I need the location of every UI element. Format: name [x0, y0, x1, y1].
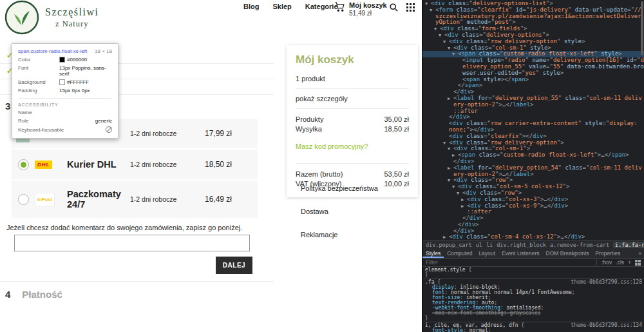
shipping-radio[interactable]: [18, 194, 29, 205]
breadcrumb-item[interactable]: i.fa.fa-remove.pull-xs-left: [613, 242, 644, 248]
order-comment-textarea[interactable]: [14, 235, 250, 251]
grid-icon[interactable]: [635, 260, 641, 266]
scrollbar-thumb[interactable]: [641, 1, 643, 55]
accessibility-section-title: ACCESSIBILITY: [18, 98, 112, 107]
dhl-logo: DHL: [35, 161, 67, 169]
tooltip-header: span.custom-radio.float-xs-left 18 × 18: [18, 48, 112, 54]
color-swatch: [59, 79, 65, 85]
devtools-tab-styles[interactable]: Styles: [422, 249, 444, 258]
search-icon: [389, 3, 399, 12]
breadcrumb-item[interactable]: li: [486, 242, 493, 248]
shipping-option-row[interactable]: DHLKurier DHL1-2 dni robocze18,50 zł: [12, 150, 258, 179]
shipping-price: 16,49 zł: [205, 195, 232, 204]
carrier-name: Paczkomaty 24/7: [67, 189, 130, 210]
shipping-option-row[interactable]: InPostPaczkomaty 24/71-2 dni robocze16,4…: [12, 181, 258, 218]
cart-summary-card: Mój koszyk 1 produkt pokaż szczegóły Pro…: [287, 45, 418, 197]
expand-arrow-icon[interactable]: ▶: [448, 166, 450, 172]
dom-tree-node[interactable]: ▼<form class="clearfix" id="js-delivery"…: [422, 7, 644, 26]
dom-tree-node[interactable]: ▶<div class="col-xs-9">…</div>: [422, 203, 644, 210]
stylesheet-link[interactable]: theme-0b6d3f290.css:128: [571, 280, 642, 285]
delivery-time: 1-2 dni robocze: [130, 161, 205, 168]
dom-tree-node[interactable]: ▼<div class="col-sm-5 col-xs-12">: [422, 184, 644, 190]
shipping-radio[interactable]: [18, 159, 29, 170]
header-cart[interactable]: Mój koszyk 51,49 zł: [334, 1, 387, 17]
continue-button[interactable]: DALEJ: [216, 257, 252, 274]
styles-pane: element.style {}theme-0b6d3f290.css:128.…: [422, 267, 644, 332]
css-declaration[interactable]: -moz-osx-font-smoothing: grayscale;: [425, 311, 641, 316]
site-logo[interactable]: Szczęśliwi z Natury: [5, 0, 99, 35]
nav-link-sklep[interactable]: Sklep: [272, 3, 291, 10]
dom-tree-node[interactable]: <input type="radio" name="delivery_optio…: [422, 57, 644, 76]
main-nav: BlogSklepKategorie: [243, 3, 338, 10]
expand-arrow-icon[interactable]: ▶: [448, 96, 450, 103]
style-toggles: :hov.cls+: [596, 259, 631, 266]
step4-heading: 4 Płatność: [5, 289, 62, 300]
nav-link-kategorie[interactable]: Kategorie: [305, 3, 338, 10]
info-link[interactable]: Reklamacje: [301, 231, 378, 239]
breadcrumb-item[interactable]: ul: [476, 242, 482, 248]
inspected-selector: span.custom-radio.float-xs-left: [18, 48, 87, 54]
cart-summary-title: Mój koszyk: [296, 54, 409, 66]
dom-tree-node[interactable]: <span style></span>: [422, 77, 644, 83]
summary-lines: Produkty35,00 złWysyłka18,50 zł: [296, 115, 409, 134]
nav-link-blog[interactable]: Blog: [243, 3, 259, 10]
not-focusable-icon: [106, 126, 112, 133]
tooltip-rows: Color#000000Font13px Poppins, sans-serif…: [18, 57, 112, 93]
breadcrumb-item[interactable]: div.popup_cart: [426, 242, 472, 248]
inpost-logo: InPost: [35, 193, 67, 206]
promo-code-link[interactable]: Masz kod promocyjny?: [296, 142, 409, 150]
logo-text-line1: Szczęśliwi: [45, 6, 99, 18]
summary-line: Produkty35,00 zł: [296, 115, 409, 124]
breadcrumb-bar: div.popup_cartullidiv.right_blocka.remov…: [422, 240, 644, 249]
dom-tree-node[interactable]: ▶<label for="delivery_option_54" class="…: [422, 165, 644, 178]
breadcrumb-item[interactable]: a.remove-from-cart: [550, 242, 609, 248]
logo-text-line2: z Natury: [45, 19, 99, 29]
css-selector[interactable]: element.style: [425, 267, 466, 273]
logo-text: Szczęśliwi z Natury: [45, 6, 99, 29]
devtools-tab-layout[interactable]: Layout: [475, 249, 498, 258]
dom-tree-node[interactable]: ::after: [422, 209, 644, 215]
apps-grid-icon: [406, 3, 415, 12]
devtools-tab-computed[interactable]: Computed: [444, 249, 475, 258]
delivery-time: 1-2 dni robocze: [130, 130, 205, 137]
divider: [0, 281, 274, 282]
divider: [296, 163, 409, 164]
style-toggle[interactable]: .cls: [616, 259, 624, 266]
cart-items-count: 1 produkt: [296, 75, 409, 83]
breadcrumb-item[interactable]: div.right_block: [497, 242, 546, 248]
inspect-tooltip: span.custom-radio.float-xs-left 18 × 18 …: [12, 43, 118, 139]
search-button[interactable]: [389, 3, 399, 15]
info-link[interactable]: Polityka bezpieczeństwa: [301, 184, 378, 192]
tooltip-a11y-row: Keyboard-focusable: [18, 126, 112, 133]
css-declaration[interactable]: font-style: normal;: [425, 328, 641, 332]
dom-tree-node[interactable]: <div class="row carrier-extra-content" s…: [422, 121, 644, 133]
info-link[interactable]: Dostawa: [301, 208, 378, 215]
screenshot-root: Szczęśliwi z Natury BlogSklepKategorie M…: [0, 0, 644, 332]
expand-arrow-icon[interactable]: ▼: [430, 8, 432, 14]
step4-number: 4: [5, 289, 10, 300]
style-toggle[interactable]: +: [628, 259, 631, 266]
css-rule: theme-0b6d3f290.css:134i, cite, em, var,…: [422, 322, 644, 332]
styles-filter-input[interactable]: [426, 259, 497, 266]
style-toggle[interactable]: :hov: [601, 259, 612, 266]
devtools-tab-dom-breakpoints[interactable]: DOM Breakpoints: [543, 249, 592, 258]
summary-line: Wysyłka18,50 zł: [296, 124, 409, 134]
apps-grid-button[interactable]: [406, 3, 415, 14]
divider: [296, 108, 409, 109]
divider: [296, 88, 409, 89]
show-details-link[interactable]: pokaż szczegóły: [296, 95, 409, 103]
tooltip-a11y-rows: NameRolegenericKeyboard-focusable: [18, 110, 112, 133]
devtools-tab-bar: StylesComputedLayoutEvent ListenersDOM B…: [422, 249, 644, 259]
summary-total-line: Razem (brutto)53,50 zł: [296, 170, 409, 179]
devtools-tab-properties[interactable]: Properties: [592, 249, 624, 258]
logo-icon: [5, 0, 39, 35]
stylesheet-link[interactable]: theme-0b6d3f290.css:134: [571, 323, 642, 328]
color-swatch: [59, 57, 65, 63]
elements-tree: ▼<div class="delivery-options-list">▼<fo…: [422, 0, 644, 240]
css-rule: theme-0b6d3f290.css:128.fa {display: inl…: [422, 279, 644, 322]
devtools-tab-event-listeners[interactable]: Event Listeners: [498, 249, 543, 258]
dom-tree-node[interactable]: </div>: [422, 215, 644, 222]
inspected-size: 18 × 18: [95, 48, 112, 54]
tabs-overflow-button[interactable]: »: [636, 249, 644, 258]
dom-tree-node[interactable]: ▶<label for="delivery_option_55" class="…: [422, 95, 644, 108]
